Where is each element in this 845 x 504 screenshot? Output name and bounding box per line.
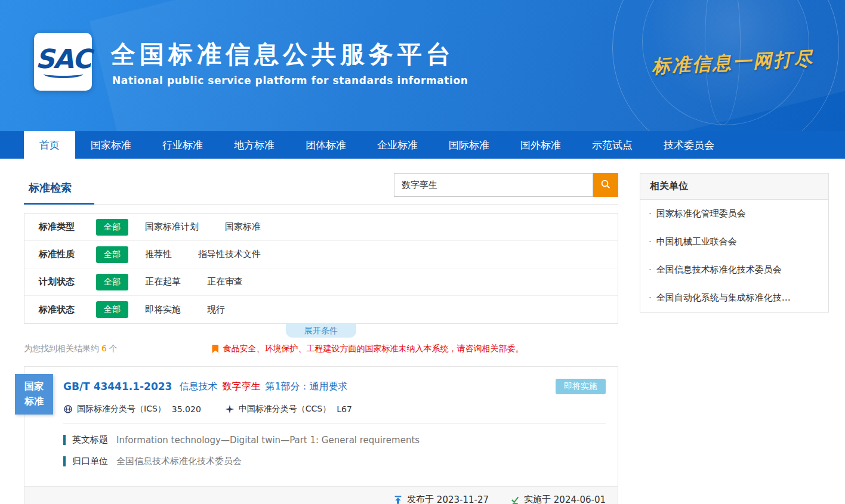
sac-logo-text: SAC — [35, 46, 90, 72]
search-section: 标准检索 — [24, 173, 618, 205]
english-title-row: 英文标题 Information technology—Digital twin… — [63, 434, 606, 446]
standard-code-link[interactable]: GB/T 43441.1-2023 — [63, 381, 172, 392]
search-button[interactable] — [593, 173, 618, 197]
filter-all-button-standard-type[interactable]: 全部 — [96, 219, 128, 236]
publish-icon — [393, 495, 403, 504]
sidebar-item-sac[interactable]: 国家标准化管理委员会 — [640, 200, 828, 228]
nav-item-enterprise-standards[interactable]: 企业标准 — [362, 131, 433, 159]
check-icon — [510, 495, 520, 504]
expand-conditions-button[interactable]: 展开条件 — [286, 324, 356, 338]
related-units-box: 相关单位 国家标准化管理委员会 中国机械工业联合会 全国信息技术标准化技术委员会… — [640, 173, 829, 313]
classification-row: 国际标准分类号（ICS） 35.020 中国标准分类号（CCS） L67 — [63, 404, 606, 415]
nav-item-pilot[interactable]: 示范试点 — [576, 131, 648, 159]
result-count-suffix: 个 — [109, 344, 118, 353]
globe-icon — [63, 404, 73, 414]
filter-row-standard-type: 标准类型 全部 国家标准计划 国家标准 — [24, 214, 618, 241]
status-badge: 即将实施 — [556, 379, 606, 394]
page-title: 标准检索 — [24, 176, 94, 205]
published-label: 发布于 — [407, 494, 434, 504]
notice-text: 食品安全、环境保护、工程建设方面的国家标准未纳入本系统，请咨询相关部委。 — [223, 344, 523, 354]
related-units-title: 相关单位 — [640, 174, 828, 200]
main-nav: 首页 国家标准 行业标准 地方标准 团体标准 企业标准 国际标准 国外标准 示范… — [0, 131, 845, 159]
sidebar-item-automation-systems-committee[interactable]: 全国自动化系统与集成标准化技… — [640, 284, 828, 312]
filter-label-standard-status: 标准状态 — [39, 304, 96, 316]
sidebar: 相关单位 国家标准化管理委员会 中国机械工业联合会 全国信息技术标准化技术委员会… — [640, 173, 829, 504]
implemented-label: 实施于 — [524, 494, 551, 504]
filter-all-button-standard-status[interactable]: 全部 — [96, 301, 128, 318]
site-title: 全国标准信息公共服务平台 — [111, 38, 455, 71]
sidebar-item-machinery-federation[interactable]: 中国机械工业联合会 — [640, 228, 828, 256]
filter-all-button-standard-nature[interactable]: 全部 — [96, 246, 128, 263]
filter-label-plan-status: 计划状态 — [39, 276, 96, 287]
committee-label: 归口单位 — [72, 456, 108, 467]
ccs-value: L67 — [337, 404, 352, 414]
standard-title-row: GB/T 43441.1-2023 信息技术 数字孪生 第1部分：通用要求 即将… — [63, 379, 606, 394]
nav-item-national-standards[interactable]: 国家标准 — [75, 131, 147, 159]
nav-item-foreign-standards[interactable]: 国外标准 — [505, 131, 576, 159]
result-count: 为您找到相关结果约6个 — [24, 344, 118, 354]
results-info-row: 为您找到相关结果约6个 食品安全、环境保护、工程建设方面的国家标准未纳入本系统，… — [24, 344, 618, 354]
filter-option-recommended[interactable]: 推荐性 — [145, 249, 172, 260]
ics-group: 国际标准分类号（ICS） 35.020 — [63, 404, 201, 415]
implemented-date: 2024-06-01 — [554, 494, 606, 504]
card-divider — [63, 423, 606, 424]
standard-title-part2[interactable]: 第1部分：通用要求 — [265, 381, 347, 393]
standard-type-badge-line1: 国家 — [15, 379, 53, 394]
standard-title-highlight[interactable]: 数字孪生 — [222, 381, 260, 393]
nav-item-local-standards[interactable]: 地方标准 — [218, 131, 290, 159]
standard-type-badge: 国家 标准 — [15, 374, 53, 415]
nav-item-group-standards[interactable]: 团体标准 — [290, 131, 362, 159]
search-box — [394, 173, 618, 197]
filter-option-guiding-technical-doc[interactable]: 指导性技术文件 — [198, 249, 261, 260]
filter-label-standard-type: 标准类型 — [39, 221, 96, 233]
published-date-group: 发布于 2023-11-27 — [393, 494, 489, 504]
main-column: 标准检索 标准类型 全部 国家标准计划 国家标准 — [24, 173, 618, 504]
ics-label: 国际标准分类号（ICS） — [77, 404, 166, 415]
filter-row-standard-nature: 标准性质 全部 推荐性 指导性技术文件 — [24, 241, 618, 268]
result-count-prefix: 为您找到相关结果约 — [24, 344, 99, 353]
filter-box: 标准类型 全部 国家标准计划 国家标准 标准性质 全部 推荐性 指导性技术文件 … — [24, 213, 618, 324]
nav-item-international-standards[interactable]: 国际标准 — [433, 131, 505, 159]
filter-option-to-be-implemented[interactable]: 即将实施 — [145, 304, 181, 316]
ccs-group: 中国标准分类号（CCS） L67 — [225, 404, 352, 415]
card-footer: 发布于 2023-11-27 实施于 2024-06-01 — [24, 486, 618, 504]
site-subtitle: National public service platform for sta… — [112, 75, 468, 86]
committee-row: 归口单位 全国信息技术标准化技术委员会 — [63, 456, 606, 467]
system-notice: 食品安全、环境保护、工程建设方面的国家标准未纳入本系统，请咨询相关部委。 — [212, 344, 523, 354]
filter-option-national-standard-plan[interactable]: 国家标准计划 — [145, 221, 199, 233]
section-bar-icon — [63, 435, 66, 445]
nav-item-home[interactable]: 首页 — [24, 131, 75, 159]
sidebar-item-it-standardization-committee[interactable]: 全国信息技术标准化技术委员会 — [640, 256, 828, 284]
filter-option-national-standard[interactable]: 国家标准 — [225, 221, 261, 233]
committee-value: 全国信息技术标准化技术委员会 — [116, 456, 242, 467]
filter-label-standard-nature: 标准性质 — [39, 249, 96, 260]
search-icon — [600, 179, 611, 191]
filter-row-standard-status: 标准状态 全部 即将实施 现行 — [24, 296, 618, 323]
filter-row-plan-status: 计划状态 全部 正在起草 正在审查 — [24, 268, 618, 296]
sac-logo: SAC — [34, 33, 92, 91]
section-bar-icon — [63, 456, 66, 466]
standard-result-card: 国家 标准 GB/T 43441.1-2023 信息技术 数字孪生 第1部分：通… — [24, 366, 618, 504]
filter-all-button-plan-status[interactable]: 全部 — [96, 274, 128, 290]
standard-title-part1[interactable]: 信息技术 — [179, 381, 217, 393]
nav-item-technical-committees[interactable]: 技术委员会 — [648, 131, 730, 159]
sac-logo-swoosh-icon — [44, 70, 83, 78]
page-content: 标准检索 标准类型 全部 国家标准计划 国家标准 — [0, 159, 845, 504]
flag-icon — [212, 345, 218, 353]
filter-option-under-review[interactable]: 正在审查 — [207, 276, 243, 287]
result-count-number: 6 — [101, 344, 107, 353]
ics-value: 35.020 — [172, 404, 201, 414]
nav-item-industry-standards[interactable]: 行业标准 — [147, 131, 218, 159]
english-title-label: 英文标题 — [72, 434, 108, 446]
implemented-date-group: 实施于 2024-06-01 — [510, 494, 606, 504]
published-date: 2023-11-27 — [437, 494, 489, 504]
filter-option-current[interactable]: 现行 — [207, 304, 225, 316]
compass-icon — [225, 404, 235, 414]
site-header: SAC 全国标准信息公共服务平台 National public service… — [0, 0, 845, 131]
standard-type-badge-line2: 标准 — [15, 394, 53, 409]
search-input[interactable] — [394, 173, 593, 197]
english-title-value: Information technology—Digital twin—Part… — [116, 435, 420, 446]
ccs-label: 中国标准分类号（CCS） — [239, 404, 331, 415]
filter-option-drafting[interactable]: 正在起草 — [145, 276, 181, 287]
card-body: GB/T 43441.1-2023 信息技术 数字孪生 第1部分：通用要求 即将… — [24, 367, 618, 477]
